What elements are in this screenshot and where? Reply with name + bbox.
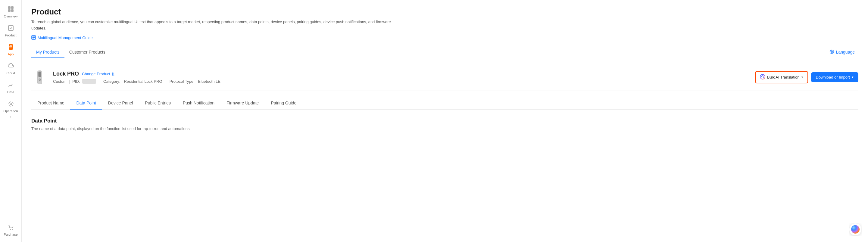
overview-icon	[7, 6, 14, 13]
product-image	[31, 69, 48, 86]
svg-rect-8	[9, 47, 12, 47]
sidebar-item-overview[interactable]: Overview	[1, 3, 20, 21]
product-card: Lock PRO Change Product ⇅ Custom | PID: …	[31, 64, 858, 91]
sidebar-item-operation[interactable]: Operation ›	[1, 98, 20, 123]
sidebar-item-data[interactable]: Data	[1, 78, 20, 97]
svg-rect-15	[38, 72, 41, 77]
guide-link[interactable]: Multilingual Management Guide	[31, 35, 858, 41]
content-section: Data Point The name of a data point, dis…	[31, 115, 858, 134]
product-actions: Bulk AI Translation ▾ Download or Import…	[755, 71, 858, 83]
sidebar-label-data: Data	[7, 90, 14, 94]
tab-my-products[interactable]: My Products	[31, 47, 64, 58]
page-title: Product	[31, 7, 858, 16]
svg-rect-2	[8, 9, 10, 12]
app-icon	[7, 44, 14, 51]
guide-link-text: Multilingual Management Guide	[38, 36, 93, 40]
download-import-button[interactable]: Download or Import ▾	[811, 72, 858, 82]
language-button[interactable]: Language	[826, 47, 858, 57]
product-icon	[7, 25, 14, 32]
main-content: Product To reach a global audience, you …	[22, 0, 868, 242]
ai-orb-button[interactable]	[849, 223, 862, 236]
download-chevron-icon: ▾	[852, 75, 854, 79]
sub-tab-push-notification[interactable]: Push Notification	[177, 97, 220, 110]
pid-label: PID:	[72, 79, 80, 84]
sidebar-item-cloud[interactable]: Cloud	[1, 60, 20, 78]
sub-tab-public-entries[interactable]: Public Entries	[139, 97, 177, 110]
product-meta: Custom | PID: •••••••• Category: Residen…	[53, 79, 755, 84]
sub-tab-product-name[interactable]: Product Name	[31, 97, 70, 110]
protocol-label: Protocol Type:	[169, 79, 194, 84]
bulk-ai-translation-button[interactable]: Bulk AI Translation ▾	[755, 71, 808, 83]
sidebar-label-product: Product	[5, 33, 17, 37]
svg-rect-0	[8, 6, 10, 9]
content-section-title: Data Point	[31, 118, 858, 124]
content-section-description: The name of a data point, displayed on t…	[31, 126, 858, 132]
download-label: Download or Import	[816, 75, 850, 79]
sidebar-item-product[interactable]: Product	[1, 22, 20, 40]
sidebar-label-operation: Operation	[3, 109, 18, 113]
product-info: Lock PRO Change Product ⇅ Custom | PID: …	[53, 71, 755, 84]
product-name-row: Lock PRO Change Product ⇅	[53, 71, 755, 77]
language-label: Language	[836, 50, 855, 55]
sidebar-label-purchase: Purchase	[4, 233, 18, 236]
svg-rect-18	[38, 70, 41, 72]
change-product-button[interactable]: Change Product ⇅	[82, 72, 115, 76]
purchase-icon	[7, 224, 14, 232]
svg-rect-7	[9, 46, 12, 47]
svg-point-19	[760, 74, 765, 79]
product-type: Custom	[53, 79, 67, 84]
svg-rect-4	[8, 26, 13, 30]
svg-rect-1	[11, 6, 13, 9]
tab-customer-products[interactable]: Customer Products	[64, 47, 110, 58]
data-icon	[7, 81, 14, 89]
sub-tab-data-point[interactable]: Data Point	[70, 97, 102, 110]
guide-link-icon	[31, 35, 36, 41]
sub-tab-device-panel[interactable]: Device Panel	[102, 97, 139, 110]
svg-point-21	[851, 225, 860, 234]
svg-rect-3	[11, 9, 13, 12]
cloud-icon	[7, 63, 14, 70]
bulk-ai-chevron-icon: ▾	[801, 75, 803, 79]
language-icon	[830, 49, 834, 55]
change-product-label: Change Product	[82, 72, 110, 76]
sidebar-label-cloud: Cloud	[6, 71, 15, 75]
product-name: Lock PRO	[53, 71, 79, 77]
operation-icon	[7, 101, 14, 108]
svg-point-11	[12, 229, 12, 230]
main-tabs: My Products Customer Products Language	[31, 47, 858, 58]
svg-point-9	[10, 103, 12, 105]
sidebar: Overview Product App Cl	[0, 0, 22, 242]
protocol-value: Bluetooth LE	[198, 79, 220, 84]
bulk-ai-icon	[760, 74, 765, 80]
meta-divider-1: |	[69, 79, 70, 84]
sub-tab-firmware-update[interactable]: Firmware Update	[220, 97, 265, 110]
svg-rect-6	[10, 45, 12, 46]
svg-point-10	[10, 229, 10, 230]
sidebar-label-overview: Overview	[4, 14, 18, 18]
sidebar-item-purchase[interactable]: Purchase	[1, 221, 20, 239]
sidebar-label-app: App	[8, 53, 14, 56]
operation-expand-icon: ›	[8, 114, 14, 120]
category-label: Category:	[103, 79, 120, 84]
pid-value: ••••••••	[82, 79, 96, 84]
sub-tabs: Product Name Data Point Device Panel Pub…	[31, 97, 858, 110]
bulk-ai-label: Bulk AI Translation	[767, 75, 800, 79]
page-description: To reach a global audience, you can cust…	[31, 19, 393, 32]
svg-point-17	[39, 79, 40, 80]
sub-tab-pairing-guide[interactable]: Pairing Guide	[265, 97, 302, 110]
sidebar-item-app[interactable]: App	[1, 41, 20, 59]
category-value: Residential Lock PRO	[124, 79, 162, 84]
change-product-arrows-icon: ⇅	[112, 72, 115, 76]
